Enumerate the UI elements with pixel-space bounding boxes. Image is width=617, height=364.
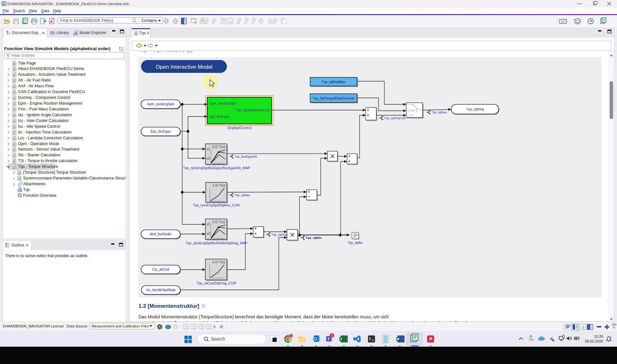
svg-text:Tqs_tqReqMan: Tqs_tqReqMan	[322, 80, 345, 84]
svg-text:Egc_facEgas: Egc_facEgas	[151, 129, 171, 133]
svg-text:Tqs_rpmEngSpdfacRelAir2tqDrag_: Tqs_rpmEngSpdfacRelAir2tqDrag_MAP	[186, 241, 248, 245]
svg-text:Amf_facRelAir: Amf_facRelAir	[150, 232, 172, 236]
svg-text:u1: u1	[206, 222, 210, 226]
svg-text:Tqs_tqReqCalc: Tqs_tqReqCalc	[384, 116, 406, 120]
svg-text:+: +	[367, 108, 369, 112]
svg-text:LAB: LAB	[192, 327, 195, 329]
svg-text:P: P	[429, 336, 432, 342]
svg-text:EngSpdControl: EngSpdControl	[228, 126, 251, 130]
svg-text:+: +	[367, 113, 369, 117]
svg-text:+: +	[308, 190, 310, 194]
svg-text:u2: u2	[206, 156, 210, 160]
svg-text:2: 2	[331, 334, 333, 337]
svg-text:W: W	[397, 337, 400, 341]
svg-text:Tqs_tqReq: Tqs_tqReq	[466, 107, 484, 111]
svg-text:Tqs_tqIdleSpdCtrlCorr: Tqs_tqIdleSpdCtrlCorr	[236, 108, 270, 112]
svg-text:+: +	[348, 159, 351, 164]
svg-text:LAB: LAB	[207, 327, 211, 329]
svg-text:11:26: 11:26	[594, 334, 603, 338]
svg-text:Isc_facIdleSpdStab: Isc_facIdleSpdStab	[146, 288, 175, 292]
svg-text:Ctc_atCool: Ctc_atCool	[152, 267, 169, 271]
svg-text:Tqs_facEgasFilt: Tqs_facEgasFilt	[234, 155, 257, 158]
svg-text:Tqs_atCool2tqDrag_CUR: Tqs_atCool2tqDrag_CUR	[196, 281, 236, 285]
svg-text:1-D T(u): 1-D T(u)	[212, 183, 226, 187]
svg-text:28.03.2026: 28.03.2026	[585, 339, 603, 343]
svg-text:Tqs_tqMin: Tqs_tqMin	[306, 236, 321, 239]
svg-text:Egc_facEgas: Egc_facEgas	[209, 115, 229, 118]
svg-text:Tqs_rpmEngSpd2tqMax_CUR: Tqs_rpmEngSpd2tqMax_CUR	[193, 203, 240, 207]
svg-text:Tqs_tqMin: Tqs_tqMin	[348, 241, 363, 245]
svg-text:+: +	[348, 154, 351, 159]
svg-text:u2: u2	[206, 231, 210, 235]
svg-text:Search: Search	[211, 336, 225, 342]
svg-text:Tqs_tqDrag: Tqs_tqDrag	[271, 233, 288, 236]
svg-text:u1: u1	[206, 147, 210, 151]
svg-text:T: T	[327, 337, 330, 341]
svg-text:Tqs_rpmEngSpdfacEgas2facEgasFi: Tqs_rpmEngSpdfacEgas2facEgasFilt_MAP	[183, 166, 250, 170]
svg-text:A: A	[50, 20, 53, 23]
svg-text:X: X	[340, 337, 343, 341]
svg-text:+: +	[255, 231, 257, 236]
svg-text:Tqs_tqMax: Tqs_tqMax	[234, 193, 250, 197]
svg-text:Epm_rpmEngSpd: Epm_rpmEngSpd	[147, 102, 174, 106]
svg-text:−| >= 1: −| >= 1	[407, 109, 417, 112]
svg-text:1-D T(u): 1-D T(u)	[212, 260, 225, 264]
svg-text:z: z	[610, 336, 612, 339]
svg-text:Epm_rpmEngSpd: Epm_rpmEngSpd	[209, 101, 236, 105]
svg-text:Tqs_tqReq: Tqs_tqReq	[431, 110, 447, 114]
svg-text:LAB: LAB	[200, 327, 203, 329]
svg-text:LAB: LAB	[184, 327, 188, 329]
svg-text:?: ?	[590, 19, 592, 24]
svg-text:2-D T(u): 2-D T(u)	[212, 145, 225, 149]
svg-text:Open Interactive Model: Open Interactive Model	[156, 64, 212, 70]
svg-text:2-D T(u): 2-D T(u)	[212, 220, 225, 224]
svg-text:Tqs_flgTorqueReqOverride: Tqs_flgTorqueReqOverride	[313, 96, 355, 100]
svg-text:+: +	[255, 226, 257, 231]
svg-text:−: −	[308, 194, 310, 199]
